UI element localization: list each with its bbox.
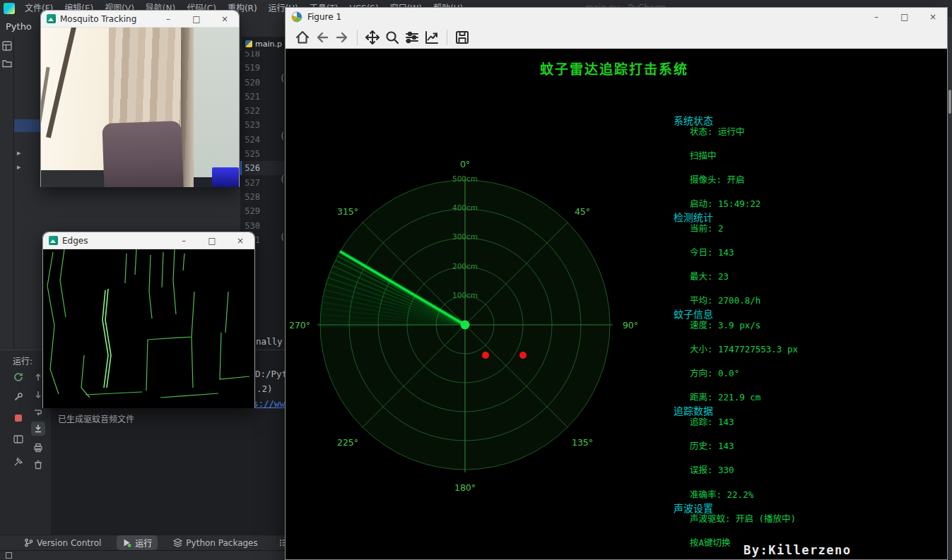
mosquito-detection-dot (519, 352, 527, 359)
forward-button[interactable] (332, 28, 352, 47)
matplotlib-icon (291, 11, 302, 23)
edges-titlebar[interactable]: Edges – □ × (43, 232, 254, 249)
edges-window: Edges – □ × (42, 232, 255, 408)
layout-button[interactable] (11, 432, 25, 446)
mosquito-tracking-window: Mosquito Tracking – □ × (40, 10, 240, 187)
console-text-fragment: D:/Pyt (255, 369, 287, 379)
python-file-icon (245, 40, 252, 47)
toolbar-separator (357, 30, 358, 45)
ring-label: 300cm (452, 232, 478, 241)
ring-label: 400cm (452, 203, 478, 212)
angle-label: 180° (454, 482, 476, 493)
save-button[interactable] (452, 28, 472, 47)
minimize-button[interactable]: – (170, 232, 198, 249)
run-play-icon (122, 538, 131, 547)
zoom-button[interactable] (382, 28, 402, 47)
clear-trash-button[interactable] (31, 458, 45, 472)
editor-scrollbar[interactable] (948, 17, 952, 560)
close-button[interactable]: × (211, 11, 239, 28)
angle-label: 270° (289, 320, 310, 330)
editor-tab-main-py[interactable]: main.p (242, 37, 288, 51)
print-button[interactable] (31, 441, 45, 455)
chair-silhouette (102, 121, 183, 187)
console-text-fragment: nally (256, 336, 283, 347)
curtain-shadow (181, 28, 195, 187)
figure-window-title: Figure 1 (307, 12, 862, 22)
camera-feed (41, 28, 239, 187)
tree-chevron-icon[interactable]: ▸ (17, 162, 21, 172)
minimize-button[interactable]: – (862, 8, 891, 26)
desktop: 文件(F) 编辑(E) 视图(V) 导航(N) 代码(C) 重构(R) 运行(U… (0, 0, 952, 560)
radar-heading: 蚊子雷达追踪打击系统 (286, 59, 943, 78)
minimize-button[interactable]: – (154, 11, 182, 28)
tab-python-packages[interactable]: Python Packages (168, 537, 263, 549)
figure-titlebar[interactable]: Figure 1 – □ × (286, 8, 947, 26)
wall-region (194, 28, 239, 187)
opencv-window-icon (47, 14, 56, 23)
tree-chevron-icon[interactable]: ▸ (17, 148, 21, 157)
close-button[interactable]: × (226, 232, 254, 249)
project-selector[interactable]: Pytho (6, 21, 32, 32)
ring-label: 200cm (452, 262, 478, 270)
tracking-titlebar[interactable]: Mosquito Tracking – □ × (41, 11, 239, 28)
radar-center-dot (461, 321, 470, 330)
pin-button[interactable] (11, 455, 25, 469)
status-icon[interactable] (6, 552, 12, 559)
line-number-gutter: 518 519 520 521 522 523 524 525 526 527 … (240, 47, 260, 247)
radar-plot: 0° 45° 90° 135° 180° 225° 270° 315° 100c… (299, 159, 631, 491)
tab-version-control[interactable]: Version Control (18, 537, 107, 549)
angle-label: 315° (337, 206, 358, 217)
scroll-to-end-button[interactable] (31, 422, 45, 436)
home-button[interactable] (293, 28, 312, 47)
project-icon[interactable] (2, 41, 12, 51)
stop-button[interactable] (11, 411, 25, 425)
mosquito-detection-dot (482, 352, 489, 359)
maximize-button[interactable]: □ (182, 11, 211, 28)
angle-label: 45° (575, 206, 590, 217)
tab-run[interactable]: 运行 (117, 535, 158, 550)
toolbar-separator (447, 30, 447, 45)
author-credit: By:Killerzeno (744, 543, 852, 557)
back-button[interactable] (312, 28, 332, 47)
run-panel-label: 运行: (13, 355, 33, 367)
settings-wrench-button[interactable] (11, 390, 25, 404)
edge-detection-canvas (43, 249, 254, 408)
ring-label: 100cm (452, 291, 478, 299)
folder-icon[interactable] (2, 58, 12, 68)
maximize-button[interactable]: □ (198, 232, 226, 249)
maximize-button[interactable]: □ (891, 8, 919, 26)
floor-shadow (41, 170, 105, 187)
tracking-window-title: Mosquito Tracking (60, 14, 154, 24)
packages-layers-icon (173, 538, 182, 547)
blue-object (212, 167, 239, 187)
figure-window: Figure 1 – □ × 蚊子雷达追踪打击系统 (285, 7, 948, 560)
angle-label: 90° (623, 320, 638, 330)
angle-label: 135° (572, 437, 593, 448)
console-message: 已生成驱蚊音频文件 (58, 412, 134, 424)
customize-axes-button[interactable] (422, 28, 442, 47)
edges-window-title: Edges (62, 236, 170, 246)
subplots-button[interactable] (402, 28, 422, 47)
matplotlib-toolbar (286, 26, 947, 49)
scrollbar-thumb[interactable] (948, 90, 951, 114)
rerun-button[interactable] (11, 370, 25, 384)
angle-label: 0° (460, 159, 470, 169)
branch-icon (24, 538, 33, 547)
pan-button[interactable] (363, 28, 382, 47)
angle-label: 225° (337, 437, 358, 448)
close-button[interactable]: × (919, 8, 947, 26)
opencv-window-icon (49, 236, 58, 245)
figure-canvas: 蚊子雷达追踪打击系统 (286, 49, 947, 559)
ring-label: 500cm (452, 174, 478, 183)
pycharm-logo-icon (4, 3, 15, 14)
console-link[interactable]: s://ww (253, 398, 285, 409)
console-text-fragment: .2) (257, 383, 273, 394)
